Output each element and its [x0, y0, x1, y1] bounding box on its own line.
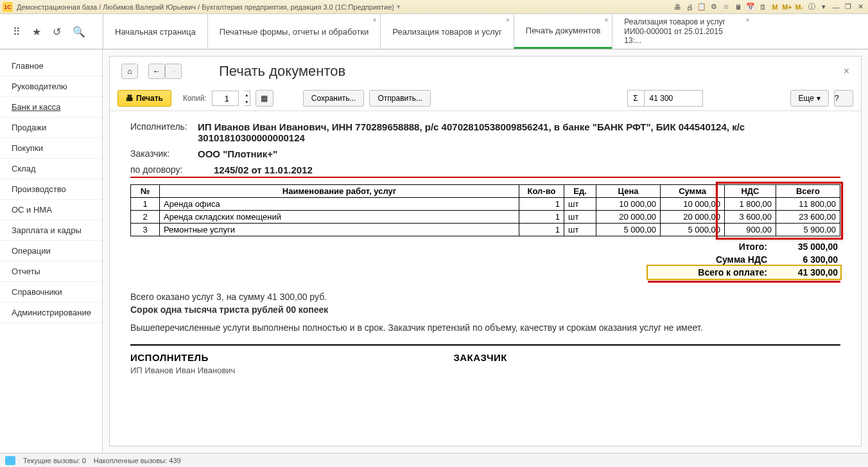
help-button[interactable]: ? — [834, 90, 853, 107]
cell-qty: 1 — [519, 211, 564, 224]
tab-label: Реализация товаров и услуг ИИ00-000001 о… — [624, 17, 742, 45]
sum-display: Σ 41 300 — [627, 90, 703, 107]
summary-line-1: Всего оказано услуг 3, на сумму 41 300,0… — [130, 292, 840, 302]
sidebar-item-bank[interactable]: Банк и касса — [0, 97, 102, 118]
win-icon-7[interactable]: 🗓 — [758, 2, 768, 12]
tab-tools: ⠿ ★ ↺ 🔍 — [0, 14, 103, 49]
itogo-label: Итого: — [650, 242, 767, 252]
contract-value: 1245/02 от 11.01.2012 — [214, 164, 840, 175]
home-button[interactable]: ⌂ — [121, 64, 138, 79]
win-icon-3[interactable]: ⚙ — [709, 2, 719, 12]
executor-name: ИП Иванов Иван Иванович — [130, 366, 235, 375]
win-icon-1[interactable]: 🖨 — [684, 2, 695, 12]
sidebar-item-catalogs[interactable]: Справочники — [0, 282, 102, 303]
win-icon-mminus[interactable]: M- — [794, 2, 804, 12]
toolbar: 🖶Печать Копий: ▲▼ ▦ Сохранить... Отправи… — [110, 86, 861, 111]
cell-sum: 5 000,00 — [661, 224, 725, 236]
tab-close-icon[interactable]: × — [506, 17, 510, 24]
cell-vat: 1 800,00 — [725, 198, 776, 211]
print-button[interactable]: 🖶Печать — [117, 90, 171, 107]
total-pay: Всего к оплате:41 300,00 — [648, 266, 840, 279]
template-icon-button[interactable]: ▦ — [256, 90, 273, 107]
step-down-icon[interactable]: ▼ — [244, 98, 250, 105]
sidebar-item-salary[interactable]: Зарплата и кадры — [0, 220, 102, 241]
cell-vat: 3 600,00 — [725, 211, 776, 224]
step-up-icon[interactable]: ▲ — [244, 91, 250, 98]
services-table: № Наименование работ, услуг Кол-во Ед. Ц… — [130, 184, 840, 236]
favorite-icon[interactable]: ★ — [32, 26, 41, 38]
minimize-icon[interactable]: — — [831, 2, 841, 12]
cell-name: Аренда офиса — [160, 198, 519, 211]
dropdown-icon[interactable]: ▾ — [397, 3, 401, 11]
summary-line-3: Вышеперечисленные услуги выполнены полно… — [130, 322, 840, 333]
sidebar-item-operations[interactable]: Операции — [0, 241, 102, 261]
printer-icon: 🖶 — [126, 94, 134, 103]
send-button[interactable]: Отправить... — [369, 90, 431, 107]
win-icon-4[interactable]: ☆ — [721, 2, 731, 12]
col-num: № — [131, 185, 160, 198]
tab-close-icon[interactable]: × — [605, 17, 609, 24]
forward-button[interactable]: → — [165, 64, 182, 79]
sidebar-item-warehouse[interactable]: Склад — [0, 159, 102, 179]
executor-title: ИСПОЛНИТЕЛЬ — [130, 352, 235, 363]
sidebar-item-sales[interactable]: Продажи — [0, 118, 102, 138]
tab-close-icon[interactable]: × — [746, 17, 750, 24]
main-area: Главное Руководителю Банк и касса Продаж… — [0, 49, 868, 453]
sidebar-item-admin[interactable]: Администрирование — [0, 303, 102, 323]
win-icon-6[interactable]: 📅 — [745, 2, 756, 12]
table-row: 2 Аренда складских помещений 1 шт 20 000… — [131, 211, 840, 224]
tab-start[interactable]: Начальная страница — [103, 14, 207, 49]
sidebar-item-reports[interactable]: Отчеты — [0, 261, 102, 282]
panel-close-icon[interactable]: × — [844, 66, 849, 77]
sidebar-item-assets[interactable]: ОС и НМА — [0, 200, 102, 220]
cell-sum: 10 000,00 — [661, 198, 725, 211]
more-label: Еще — [799, 94, 814, 103]
status-accumulated-calls: Накопленные вызовы: 439 — [94, 457, 181, 464]
cell-n: 1 — [131, 198, 160, 211]
status-current-calls: Текущие вызовы: 0 — [23, 457, 86, 464]
tab-forms[interactable]: Печатные формы, отчеты и обработки× — [207, 14, 381, 49]
cell-unit: шт — [564, 211, 596, 224]
tab-realization[interactable]: Реализация товаров и услуг× — [380, 14, 514, 49]
win-icon-mplus[interactable]: M+ — [782, 2, 792, 12]
vat-value: 6 300,00 — [767, 254, 838, 265]
sidebar-item-purchases[interactable]: Покупки — [0, 138, 102, 159]
sidebar-item-manager[interactable]: Руководителю — [0, 76, 102, 97]
customer-row: Заказчик: ООО "Плотник+" — [130, 148, 840, 159]
win-icon-5[interactable]: 🖩 — [733, 2, 743, 12]
copies-input[interactable] — [212, 91, 239, 106]
back-button[interactable]: ← — [148, 64, 165, 79]
history-icon[interactable]: ↺ — [53, 26, 61, 38]
tab-print-docs[interactable]: Печать документов× — [514, 14, 612, 49]
win-icon-0[interactable]: 🖶 — [672, 2, 682, 12]
signature-divider — [130, 344, 840, 346]
sidebar-item-main[interactable]: Главное — [0, 56, 102, 76]
more-button[interactable]: Еще ▾ — [790, 90, 829, 107]
search-icon[interactable]: 🔍 — [73, 26, 85, 38]
save-button[interactable]: Сохранить... — [303, 90, 365, 107]
tab-close-icon[interactable]: × — [372, 17, 376, 24]
contract-row: по договору: 1245/02 от 11.01.2012 — [130, 164, 840, 178]
win-icon-2[interactable]: 📋 — [697, 2, 707, 12]
tab-realization-doc[interactable]: Реализация товаров и услуг ИИ00-000001 о… — [612, 14, 753, 49]
col-unit: Ед. — [564, 185, 596, 198]
col-name: Наименование работ, услуг — [160, 185, 519, 198]
win-icon-info[interactable]: ⓘ — [806, 2, 817, 12]
cell-vat: 900,00 — [725, 224, 776, 236]
col-sum: Сумма — [661, 185, 725, 198]
col-qty: Кол-во — [519, 185, 564, 198]
sidebar-item-production[interactable]: Производство — [0, 179, 102, 200]
apps-icon[interactable]: ⠿ — [13, 26, 21, 38]
customer-label: Заказчик: — [130, 148, 198, 159]
window-titlebar: 1C Демонстрационная база / Любимов Валер… — [0, 0, 868, 14]
window-buttons: 🖶 🖨 📋 ⚙ ☆ 🖩 📅 🗓 M M+ M- ⓘ ▾ — ❐ ✕ — [672, 2, 865, 12]
maximize-icon[interactable]: ❐ — [843, 2, 853, 12]
close-icon[interactable]: ✕ — [855, 2, 865, 12]
copies-stepper[interactable]: ▲▼ — [244, 91, 250, 106]
services-table-wrap: № Наименование работ, услуг Кол-во Ед. Ц… — [130, 184, 840, 236]
win-icon-m[interactable]: M — [770, 2, 780, 12]
win-icon-infodrop[interactable]: ▾ — [819, 2, 829, 12]
contract-label: по договору: — [130, 164, 214, 175]
cell-qty: 1 — [519, 198, 564, 211]
tab-label: Начальная страница — [115, 27, 196, 37]
